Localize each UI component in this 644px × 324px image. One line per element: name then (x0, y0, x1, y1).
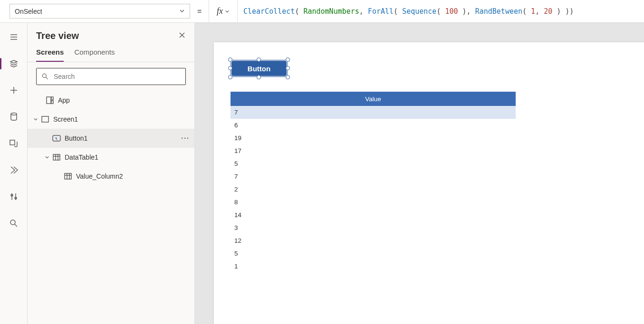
close-panel-button[interactable] (178, 31, 186, 40)
nav-tree-view[interactable] (0, 56, 27, 71)
resize-handle-tl[interactable] (228, 57, 232, 62)
tree-search-input[interactable] (53, 72, 181, 81)
datatable-cell: 12 (231, 234, 516, 247)
tree-node-label: Button1 (62, 134, 87, 142)
tab-screens[interactable]: Screens (36, 48, 64, 62)
column-icon (63, 173, 73, 180)
nav-insert[interactable] (0, 83, 27, 98)
tree-node-app[interactable]: App (28, 91, 194, 110)
nav-settings[interactable] (0, 189, 27, 204)
datatable-row[interactable]: 8 (231, 196, 516, 209)
tree-search[interactable] (36, 68, 186, 85)
datatable-row[interactable]: 1 (231, 260, 516, 273)
button-control-label: Button (231, 61, 287, 76)
datatable-cell: 2 (231, 183, 516, 196)
equals-label: = (190, 0, 209, 22)
formula-input[interactable]: ClearCollect( RandomNumbers, ForAll( Seq… (238, 0, 644, 22)
fx-icon: fx (217, 6, 223, 16)
svg-point-0 (11, 113, 17, 115)
datatable-header[interactable]: Value (231, 92, 516, 106)
app-icon (45, 96, 55, 104)
datatable-row[interactable]: 7 (231, 106, 516, 119)
canvas-screen[interactable]: Button Value 76191757281431251 (214, 42, 644, 324)
datatable-row[interactable]: 12 (231, 234, 516, 247)
datatable-cell: 3 (231, 221, 516, 234)
tree-node-button1[interactable]: Button1 ··· (28, 129, 194, 148)
datatable-cell: 6 (231, 119, 516, 132)
tree-node-screen1[interactable]: Screen1 (28, 110, 194, 129)
nav-power-automate[interactable] (0, 162, 27, 178)
tree-node-label: DataTable1 (62, 153, 98, 161)
resize-handle-tr[interactable] (286, 57, 290, 62)
datatable-control[interactable]: Value 76191757281431251 (231, 92, 516, 273)
selected-button-control[interactable]: Button (231, 60, 288, 77)
datatable-row[interactable]: 19 (231, 132, 516, 144)
datatable-cell: 7 (231, 106, 516, 119)
datatable-row[interactable]: 3 (231, 221, 516, 234)
search-icon (9, 219, 19, 228)
formula-bar: OnSelect = fx ClearCollect( RandomNumber… (0, 0, 644, 23)
resize-handle-t[interactable] (257, 57, 261, 62)
datatable-cell: 5 (231, 157, 516, 170)
datatable-icon (51, 154, 62, 161)
layers-icon (9, 59, 19, 68)
datatable-cell: 1 (231, 260, 516, 273)
resize-handle-b[interactable] (257, 75, 261, 79)
datatable-row[interactable]: 5 (231, 157, 516, 170)
tree-list: App Screen1 Button1 ··· (28, 91, 194, 324)
tree-view-title: Tree view (36, 30, 79, 41)
nav-search[interactable] (0, 216, 27, 231)
datatable-row[interactable]: 6 (231, 119, 516, 132)
tree-view-panel: Tree view Screens Components (28, 23, 195, 324)
svg-rect-7 (51, 97, 53, 100)
resize-handle-br[interactable] (286, 75, 290, 79)
datatable-row[interactable]: 2 (231, 183, 516, 196)
chevron-down-icon[interactable] (31, 117, 40, 122)
tree-node-label: App (55, 96, 70, 104)
svg-point-4 (10, 220, 15, 225)
datatable-row[interactable]: 17 (231, 144, 516, 157)
chevron-down-icon (225, 9, 230, 14)
tree-view-tabs: Screens Components (28, 44, 194, 62)
datatable-row[interactable]: 5 (231, 247, 516, 260)
resize-handle-bl[interactable] (228, 75, 232, 79)
tree-node-value-column2[interactable]: Value_Column2 (28, 167, 194, 186)
nav-hamburger[interactable] (0, 29, 27, 45)
tree-node-label: Screen1 (50, 115, 78, 123)
fx-button[interactable]: fx (209, 0, 238, 22)
nav-media[interactable] (0, 136, 27, 151)
tab-components[interactable]: Components (74, 48, 115, 62)
datatable-row[interactable]: 14 (231, 209, 516, 221)
database-icon (10, 112, 18, 122)
tree-node-label: Value_Column2 (73, 172, 123, 180)
close-icon (178, 31, 186, 39)
resize-handle-l[interactable] (228, 66, 232, 70)
chevron-down-icon[interactable] (43, 155, 51, 160)
search-icon (41, 73, 49, 80)
nav-data[interactable] (0, 109, 27, 124)
property-dropdown[interactable]: OnSelect (10, 4, 190, 19)
svg-rect-6 (47, 97, 51, 104)
flow-icon (9, 165, 19, 175)
tree-node-datatable1[interactable]: DataTable1 (28, 148, 194, 167)
tree-node-more-button[interactable]: ··· (181, 134, 190, 142)
svg-rect-11 (53, 154, 60, 160)
svg-rect-12 (65, 173, 71, 179)
svg-rect-8 (51, 101, 53, 104)
button-icon (51, 135, 62, 142)
chevron-down-icon (179, 8, 185, 15)
resize-handle-r[interactable] (286, 66, 290, 70)
datatable-cell: 17 (231, 144, 516, 157)
left-nav-rail (0, 23, 28, 324)
hamburger-icon (9, 32, 19, 42)
datatable-cell: 19 (231, 132, 516, 144)
datatable-cell: 7 (231, 170, 516, 183)
sliders-icon (9, 192, 19, 201)
datatable-cell: 14 (231, 209, 516, 221)
svg-rect-1 (10, 140, 15, 145)
plus-icon (9, 86, 19, 95)
canvas-area[interactable]: Button Value 76191757281431251 (195, 23, 644, 324)
media-icon (9, 139, 19, 148)
property-dropdown-value: OnSelect (15, 8, 42, 15)
datatable-row[interactable]: 7 (231, 170, 516, 183)
